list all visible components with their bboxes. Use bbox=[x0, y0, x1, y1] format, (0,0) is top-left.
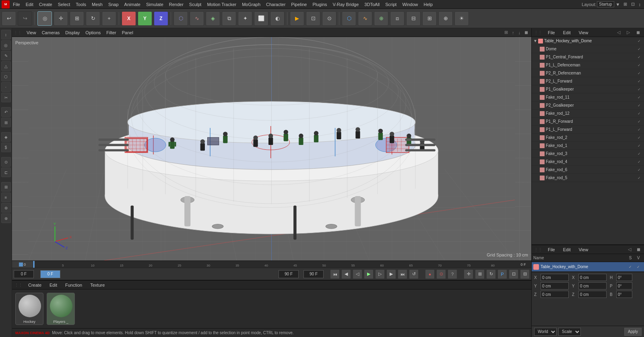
obj-menu-edit[interactable]: Edit bbox=[561, 246, 573, 253]
viewport-menu-display[interactable]: Display bbox=[63, 29, 82, 36]
menu-sculpt[interactable]: Sculpt bbox=[187, 1, 204, 8]
next-frame-button[interactable]: ▷ bbox=[375, 269, 385, 279]
apply-button[interactable]: Apply bbox=[624, 328, 642, 336]
viewport-maximize-icon[interactable]: ⊞ bbox=[503, 30, 510, 35]
scene-item-check-14[interactable]: ✓ bbox=[638, 152, 641, 156]
snap-icon-2[interactable]: ⊞ bbox=[475, 269, 485, 279]
menu-tools[interactable]: Tools bbox=[73, 1, 89, 8]
target-button[interactable]: ⊕ bbox=[438, 11, 453, 26]
viewport-camera-down-icon[interactable]: ↓ bbox=[517, 30, 522, 35]
timeline-track[interactable]: 0 5 10 15 20 25 30 35 40 45 50 55 60 65 … bbox=[33, 261, 515, 268]
scene-item-check-13[interactable]: ✓ bbox=[638, 144, 641, 148]
shading-button-3[interactable]: ⊕ bbox=[374, 11, 388, 26]
obj-panel-icon-1[interactable]: ◁ bbox=[627, 247, 632, 252]
transform-mode-select[interactable]: Scale bbox=[558, 328, 581, 336]
layout-expand-icon[interactable]: ▼ bbox=[615, 2, 621, 7]
scene-item-p2lf[interactable]: P2_L_Forward ✓ bbox=[532, 77, 644, 85]
end-frame-input2[interactable] bbox=[303, 270, 324, 278]
x-axis-button[interactable]: X bbox=[122, 11, 136, 26]
shading-button-2[interactable]: ∿ bbox=[358, 11, 372, 26]
obj-panel-icon-2[interactable]: ◼ bbox=[636, 247, 642, 252]
materials-menu-edit[interactable]: Edit bbox=[47, 282, 60, 288]
scene-item-fr5[interactable]: Fake_rod_5 ✓ bbox=[532, 174, 644, 182]
scene-item-check-7[interactable]: ✓ bbox=[638, 95, 641, 99]
play-button[interactable]: ▶ bbox=[364, 269, 374, 279]
keyframe-help-button[interactable]: ? bbox=[448, 269, 457, 279]
scene-item-fr3[interactable]: Fake_rod_3 ✓ bbox=[532, 150, 644, 158]
layout-select[interactable]: Startup bbox=[597, 1, 614, 7]
go-end-button[interactable]: ⏭ bbox=[398, 269, 407, 279]
material-hockey[interactable]: Hockey bbox=[15, 293, 43, 325]
viewport-menu-cameras[interactable]: Cameras bbox=[39, 29, 62, 36]
menu-pipeline[interactable]: Pipeline bbox=[289, 1, 309, 8]
select-tool-icon[interactable]: ◎ bbox=[1, 40, 11, 50]
menu-3dtoall[interactable]: 3DToAll bbox=[362, 1, 382, 8]
shading-button-6[interactable]: ⊞ bbox=[422, 11, 437, 26]
shading-button-1[interactable]: ⬡ bbox=[342, 11, 356, 26]
playhead[interactable] bbox=[33, 261, 35, 268]
scene-item-fr2[interactable]: Fake_rod_2 ✓ bbox=[532, 134, 644, 142]
point-tool-icon[interactable]: · bbox=[1, 82, 11, 92]
h-rotation-input[interactable] bbox=[616, 274, 632, 281]
menu-plugins[interactable]: Plugins bbox=[310, 1, 329, 8]
prev-frame-button[interactable]: ◁ bbox=[353, 269, 362, 279]
icon-btn-3[interactable]: ↕ bbox=[637, 2, 643, 7]
sculpt-tool-icon[interactable]: ⊜ bbox=[1, 203, 11, 213]
viewport-3d[interactable]: Perspective bbox=[12, 37, 531, 261]
scene-item-check-4[interactable]: ✓ bbox=[638, 71, 641, 75]
layer-tool-icon[interactable]: ≡ bbox=[1, 192, 11, 202]
transform-button[interactable]: + bbox=[102, 11, 116, 26]
scene-item-fr1[interactable]: Fake_rod_1 ✓ bbox=[532, 142, 644, 150]
scene-menu-edit[interactable]: Edit bbox=[561, 29, 573, 36]
scene-item-check-15[interactable]: ✓ bbox=[638, 160, 641, 164]
y-axis-button[interactable]: Y bbox=[138, 11, 152, 26]
obj-menu-view[interactable]: View bbox=[576, 246, 591, 253]
menu-script[interactable]: Script bbox=[383, 1, 399, 8]
obj-menu-file[interactable]: File bbox=[545, 246, 557, 253]
scene-item-check-17[interactable]: ✓ bbox=[638, 176, 641, 180]
rotate-mode-button[interactable]: ↻ bbox=[86, 11, 100, 26]
viewport-menu-options[interactable]: Options bbox=[83, 29, 103, 36]
lights-button[interactable]: ☀ bbox=[454, 11, 469, 26]
scene-item-p2rd[interactable]: P2_R_Defenceman ✓ bbox=[532, 69, 644, 77]
spline-button[interactable]: ∿ bbox=[190, 11, 204, 26]
move-mode-button[interactable]: ✛ bbox=[54, 11, 68, 26]
scene-item-p1cf[interactable]: P1_Central_Forward ✓ bbox=[532, 53, 644, 61]
viewport-camera-up-icon[interactable]: ↑ bbox=[510, 30, 516, 35]
scene-item-check-0[interactable]: ✓ bbox=[638, 39, 641, 43]
p-rotation-input[interactable] bbox=[616, 282, 632, 289]
cube-button[interactable]: ⬡ bbox=[173, 11, 188, 26]
select-mode-button[interactable]: ◎ bbox=[37, 11, 52, 26]
material-players[interactable]: Players _ bbox=[47, 293, 75, 325]
materials-menu-create[interactable]: Create bbox=[26, 282, 44, 288]
scene-collapse-icon[interactable]: ◁ bbox=[615, 30, 622, 35]
scene-item-fr12[interactable]: Fake_rod_12 ✓ bbox=[532, 110, 644, 118]
loop-button[interactable]: ↺ bbox=[409, 269, 419, 279]
scene-lock-icon[interactable]: ◼ bbox=[635, 30, 642, 35]
scene-item-check-11[interactable]: ✓ bbox=[638, 128, 641, 132]
scene-menu-file[interactable]: File bbox=[545, 29, 557, 36]
snap-icon-4[interactable]: P bbox=[497, 269, 507, 279]
scene-item-check-1[interactable]: ✓ bbox=[638, 47, 641, 51]
uv-tool-icon[interactable]: $ bbox=[1, 143, 11, 152]
scale-mode-button[interactable]: ⊞ bbox=[70, 11, 84, 26]
undo-button[interactable]: ↩ bbox=[2, 11, 16, 26]
snap-icon-1[interactable]: ✛ bbox=[464, 269, 473, 279]
scene-item-check-12[interactable]: ✓ bbox=[638, 136, 641, 140]
materials-menu-function[interactable]: Function bbox=[63, 282, 85, 288]
snap-tool-icon[interactable]: ⊙ bbox=[1, 157, 11, 167]
scene-item-p2gk[interactable]: P2_Goalkeeper ✓ bbox=[532, 101, 644, 110]
render-queue-button[interactable]: ⊡ bbox=[306, 11, 320, 26]
scene-item-fr4[interactable]: Fake_rod_4 ✓ bbox=[532, 158, 644, 166]
record-button[interactable]: ● bbox=[425, 269, 435, 279]
scene-item-check-8[interactable]: ✓ bbox=[638, 103, 641, 108]
snap-icon-5[interactable]: ⊡ bbox=[509, 269, 518, 279]
scene-item-p1gk[interactable]: P1_Goalkeeper ✓ bbox=[532, 85, 644, 93]
scene-menu-view[interactable]: View bbox=[576, 29, 591, 36]
auto-keyframe-button[interactable]: ⊙ bbox=[436, 269, 446, 279]
menu-character[interactable]: Character bbox=[264, 1, 288, 8]
viewport-menu-panel[interactable]: Panel bbox=[120, 29, 136, 36]
scene-item-check-6[interactable]: ✓ bbox=[638, 87, 641, 91]
magnet-tool-icon[interactable]: ⊏ bbox=[1, 167, 11, 177]
selected-object-row[interactable]: Table_Hockey_with_Dome ✓ ✓ bbox=[532, 262, 644, 272]
